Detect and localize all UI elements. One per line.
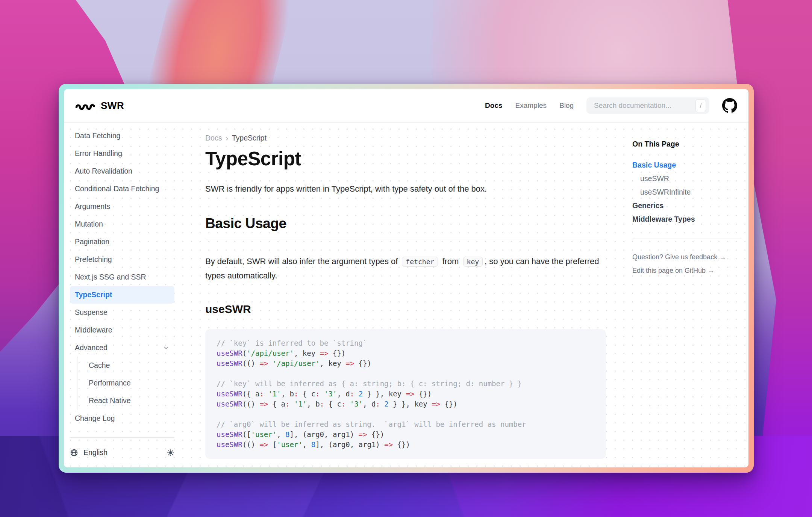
code-line: useSWR(() => '/api/user', key => {})	[217, 358, 595, 369]
sidebar: Data FetchingError HandlingAuto Revalida…	[64, 122, 180, 467]
toc-heading: On This Page	[632, 140, 741, 148]
code-line: useSWR('/api/user', key => {})	[217, 348, 595, 358]
inline-code-fetcher: fetcher	[402, 257, 438, 267]
sidebar-item-pagination[interactable]: Pagination	[70, 233, 174, 251]
code-line: useSWR({ a: '1', b: { c: '3', d: 2 } }, …	[217, 389, 595, 399]
sidebar-item-arguments[interactable]: Arguments	[70, 198, 174, 215]
sidebar-item-advanced[interactable]: Advanced	[70, 339, 174, 357]
nav-link-docs[interactable]: Docs	[485, 101, 502, 110]
search-box[interactable]: /	[586, 97, 709, 114]
sidebar-item-change-log[interactable]: Change Log	[70, 410, 174, 427]
top-navbar: SWR DocsExamplesBlog /	[64, 89, 748, 122]
sidebar-item-error-handling[interactable]: Error Handling	[70, 145, 174, 162]
nav-link-examples[interactable]: Examples	[515, 101, 547, 110]
navbar-right: DocsExamplesBlog /	[485, 97, 737, 114]
nav-links: DocsExamplesBlog	[485, 101, 574, 110]
code-line: useSWR(() => ['user', 8], (arg0, arg1) =…	[217, 440, 595, 450]
toc-item-middleware-types[interactable]: Middleware Types	[632, 212, 741, 226]
sidebar-item-label: React Native	[89, 396, 131, 405]
sidebar-item-label: Change Log	[75, 414, 115, 423]
toc-item-useswrinfinite[interactable]: useSWRInfinite	[632, 185, 741, 199]
toc-links: Question? Give us feedback →Edit this pa…	[632, 253, 741, 275]
inline-code-key: key	[463, 257, 483, 267]
sidebar-item-performance[interactable]: Performance	[77, 374, 174, 392]
sidebar-footer: English	[70, 437, 174, 457]
subsection-heading-useswr: useSWR	[205, 303, 606, 316]
article: Docs › TypeScript TypeScript SWR is frie…	[205, 122, 606, 467]
swr-logo[interactable]: SWR	[75, 100, 124, 112]
code-line	[217, 369, 595, 379]
sidebar-item-conditional-data-fetching[interactable]: Conditional Data Fetching	[70, 180, 174, 198]
sidebar-item-cache[interactable]: Cache	[77, 357, 174, 374]
section-divider	[205, 239, 606, 239]
sidebar-item-auto-revalidation[interactable]: Auto Revalidation	[70, 162, 174, 180]
toc-item-useswr[interactable]: useSWR	[632, 172, 741, 185]
sidebar-item-label: Performance	[89, 379, 131, 387]
code-line: // `key` is inferred to be `string`	[217, 338, 595, 348]
breadcrumb: Docs › TypeScript	[205, 134, 606, 142]
toc-panel: On This Page Basic UsageuseSWRuseSWRInfi…	[632, 122, 741, 467]
code-line: useSWR(() => { a: '1', b: { c: '3', d: 2…	[217, 399, 595, 409]
browser-window: SWR DocsExamplesBlog / Data FetchingErro…	[59, 84, 754, 473]
sidebar-item-label: Cache	[89, 361, 110, 370]
breadcrumb-parent[interactable]: Docs	[205, 134, 222, 142]
content-area: Data FetchingError HandlingAuto Revalida…	[64, 122, 748, 467]
sidebar-item-label: Prefetching	[75, 255, 112, 264]
sidebar-item-label: TypeScript	[75, 290, 112, 299]
code-line: useSWR(['user', 8], (arg0, arg1) => {})	[217, 429, 595, 440]
sidebar-item-label: Next.js SSG and SSR	[75, 273, 146, 281]
chevron-down-icon	[163, 345, 170, 351]
sidebar-item-label: Mutation	[75, 220, 103, 228]
sidebar-item-label: Pagination	[75, 237, 109, 246]
sidebar-item-label: Middleware	[75, 326, 112, 334]
code-line: // `key` will be inferred as { a: string…	[217, 379, 595, 389]
swr-wave-icon	[75, 101, 95, 110]
toc-item-basic-usage[interactable]: Basic Usage	[632, 158, 741, 172]
sidebar-item-label: Error Handling	[75, 149, 122, 158]
sidebar-item-react-native[interactable]: React Native	[77, 392, 174, 410]
github-icon[interactable]	[722, 98, 737, 113]
section-heading-basic-usage: Basic Usage	[205, 216, 606, 231]
toc-item-generics[interactable]: Generics	[632, 199, 741, 212]
sidebar-item-suspense[interactable]: Suspense	[70, 304, 174, 321]
sidebar-item-mutation[interactable]: Mutation	[70, 215, 174, 233]
breadcrumb-separator-icon: ›	[226, 134, 228, 142]
sidebar-item-data-fetching[interactable]: Data Fetching	[70, 127, 174, 145]
breadcrumb-current: TypeScript	[232, 134, 267, 142]
usage-paragraph: By default, SWR will also infer the argu…	[205, 254, 606, 283]
search-shortcut-key: /	[695, 99, 706, 112]
brand-name: SWR	[101, 100, 124, 112]
code-line	[217, 409, 595, 419]
desktop: { "navbar": { "logo_text": "SWR", "links…	[0, 0, 812, 517]
code-block[interactable]: // `key` is inferred to be `string`useSW…	[205, 329, 606, 459]
sidebar-item-next-js-ssg-and-ssr[interactable]: Next.js SSG and SSR	[70, 268, 174, 286]
sun-icon	[167, 449, 174, 457]
theme-toggle-button[interactable]	[167, 449, 174, 457]
code-line: // `arg0` will be inferred as string. `a…	[217, 419, 595, 429]
sidebar-item-label: Conditional Data Fetching	[75, 184, 159, 193]
sidebar-item-label: Arguments	[75, 202, 110, 211]
page-title: TypeScript	[205, 148, 606, 170]
toc-link-question-give-us-feedback[interactable]: Question? Give us feedback →	[632, 253, 741, 261]
search-input[interactable]	[593, 101, 685, 110]
globe-icon	[70, 449, 78, 457]
language-label: English	[83, 448, 108, 457]
language-selector[interactable]: English	[70, 448, 108, 457]
sidebar-item-label: Advanced	[75, 343, 108, 352]
toc-link-edit-this-page-on-github[interactable]: Edit this page on GitHub →	[632, 267, 741, 275]
intro-paragraph: SWR is friendly for apps written in Type…	[205, 184, 606, 194]
sidebar-item-prefetching[interactable]: Prefetching	[70, 251, 174, 268]
sidebar-item-typescript[interactable]: TypeScript	[70, 286, 174, 304]
sidebar-nav-list: Data FetchingError HandlingAuto Revalida…	[70, 127, 174, 429]
sidebar-item-label: Data Fetching	[75, 132, 120, 140]
swr-docs-app: SWR DocsExamplesBlog / Data FetchingErro…	[64, 89, 748, 467]
sidebar-item-middleware[interactable]: Middleware	[70, 321, 174, 339]
toc-divider	[632, 239, 741, 239]
toc-list: Basic UsageuseSWRuseSWRInfiniteGenericsM…	[632, 158, 741, 226]
sidebar-item-label: Suspense	[75, 308, 108, 317]
nav-link-blog[interactable]: Blog	[559, 101, 574, 110]
sidebar-item-label: Auto Revalidation	[75, 167, 132, 175]
